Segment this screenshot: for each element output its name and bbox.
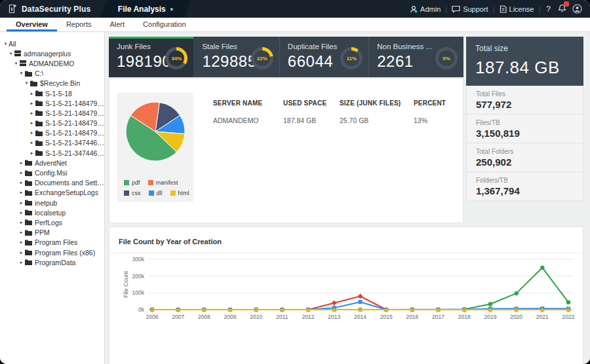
tree-item-documents-and-settings[interactable]: ▸Documents and Settings — [0, 178, 104, 188]
admin-menu[interactable]: Admin — [410, 5, 441, 13]
series-green-marker — [488, 302, 492, 306]
tree-item-program-files[interactable]: ▸Program Files — [0, 238, 104, 247]
tree-item-admandemo[interactable]: ▾ADMANDEMO — [0, 58, 104, 68]
tree-item-s-1-5-21-3474460175-132841[interactable]: ▸S-1-5-21-3474460175-132841 — [0, 148, 104, 158]
stat-total-folders: Total Folders250,902 — [467, 143, 583, 172]
tree-item-label: inetpub — [35, 199, 57, 207]
tree-item-s-1-5-21-1484795863-581620[interactable]: ▸S-1-5-21-1484795863-581620 — [0, 108, 104, 118]
chevron-right-icon[interactable]: ▸ — [29, 120, 35, 126]
app-logo: DataSecurity Plus — [0, 4, 97, 14]
chevron-right-icon[interactable]: ▸ — [18, 230, 24, 235]
svg-text:2011: 2011 — [276, 314, 288, 320]
series-red-marker — [332, 300, 337, 306]
chevron-right-icon[interactable]: ▸ — [18, 240, 24, 245]
tab-alert[interactable]: Alert — [100, 18, 134, 31]
tree-item-label: C:\ — [35, 69, 43, 77]
stat-value: 3,150,819 — [476, 128, 574, 139]
module-selector[interactable]: File Analysis ▾ — [101, 0, 191, 18]
divider: | — [445, 5, 447, 13]
divider: | — [538, 5, 540, 13]
tree-item-s-1-5-18[interactable]: ▸S-1-5-18 — [0, 88, 104, 98]
legend-item-pdf: pdf — [124, 179, 140, 186]
notifications-button[interactable] — [558, 4, 566, 14]
svg-text:2020: 2020 — [510, 314, 522, 320]
legend-row: pdfmanifest — [124, 179, 189, 186]
chevron-right-icon[interactable]: ▸ — [18, 210, 24, 215]
chevron-down-icon[interactable]: ▾ — [13, 61, 19, 66]
tree-item-ppm[interactable]: ▸PPM — [0, 228, 104, 238]
chevron-right-icon[interactable]: ▸ — [18, 260, 24, 265]
tree-item-localsetup[interactable]: ▸localsetup — [0, 208, 104, 217]
help-button[interactable]: ? — [545, 5, 552, 14]
chevron-right-icon[interactable]: ▸ — [18, 180, 24, 185]
tree-item-exchangesetuplogs[interactable]: ▸ExchangeSetupLogs — [0, 188, 104, 198]
app-window: DataSecurity Plus File Analysis ▾ Admin … — [0, 0, 590, 364]
stat-label: Files/TB — [476, 119, 574, 126]
admin-icon — [410, 5, 418, 13]
card-non-business-[interactable]: Non Business ...22610% — [369, 37, 463, 77]
chevron-right-icon[interactable]: ▸ — [18, 200, 24, 206]
chevron-down-icon[interactable]: ▾ — [8, 51, 14, 56]
tree-item-s-1-5-21-1484795863-581620[interactable]: ▸S-1-5-21-1484795863-581620 — [0, 128, 104, 138]
chevron-down-icon[interactable]: ▾ — [18, 71, 24, 76]
tree-item-label: Documents and Settings — [35, 179, 104, 187]
card-junk-files[interactable]: Junk Files19819034% — [109, 37, 194, 77]
table-cell: 25.70 GB — [340, 117, 414, 124]
license-menu[interactable]: License — [500, 5, 534, 13]
table-row[interactable]: ADMANDEMO187.84 GB25.70 GB13% — [213, 107, 451, 124]
tree-item-adventnet[interactable]: ▸AdventNet — [0, 158, 104, 168]
tree-item-all[interactable]: ▾All — [0, 39, 104, 48]
chevron-right-icon[interactable]: ▸ — [29, 111, 35, 116]
tree-item-c-[interactable]: ▾C:\ — [0, 69, 104, 79]
tree-item-inetpub[interactable]: ▸inetpub — [0, 198, 104, 208]
tab-bar: OverviewReportsAlertConfiguration — [0, 18, 590, 32]
chevron-down-icon[interactable]: ▾ — [24, 81, 30, 86]
legend-item-html: html — [170, 190, 189, 196]
tree-item-programdata[interactable]: ▸ProgramData — [0, 257, 104, 267]
tree-item-program-files-x86-[interactable]: ▸Program Files (x86) — [0, 247, 104, 257]
tree-item-label: PerfLogs — [35, 219, 62, 227]
chart-title: File Count by Year of Creation — [119, 238, 222, 246]
folder-icon — [25, 209, 32, 215]
tree-item-label: $Recycle.Bin — [40, 79, 80, 87]
chevron-right-icon[interactable]: ▸ — [29, 130, 35, 136]
tab-configuration[interactable]: Configuration — [134, 18, 195, 31]
chevron-right-icon[interactable]: ▸ — [29, 140, 35, 145]
legend-label: html — [178, 190, 189, 196]
chevron-down-icon[interactable]: ▾ — [3, 41, 9, 46]
card-stale-files[interactable]: Stale Files12988522% — [194, 37, 279, 77]
chevron-right-icon[interactable]: ▸ — [18, 250, 24, 255]
chevron-right-icon[interactable]: ▸ — [29, 151, 35, 156]
junk-files-table: SERVER NAMEUSED SPACESIZE (JUNK FILES)PE… — [213, 100, 451, 124]
svg-text:300k: 300k — [132, 256, 145, 263]
tree-item-config-msi[interactable]: ▸Config.Msi — [0, 168, 104, 177]
svg-text:2012: 2012 — [302, 314, 315, 320]
chevron-right-icon[interactable]: ▸ — [29, 91, 35, 96]
user-avatar[interactable] — [572, 4, 582, 14]
folder-icon — [25, 200, 32, 206]
tree-item-s-1-5-21-1484795863-581620[interactable]: ▸S-1-5-21-1484795863-581620 — [0, 118, 104, 128]
file-count-panel: File Count by Year of Creation 0k100k200… — [109, 227, 583, 364]
svg-text:2016: 2016 — [406, 314, 418, 320]
tree-item-admanagerplus[interactable]: ▾admanagerplus — [0, 48, 104, 58]
server-icon — [14, 50, 21, 56]
chevron-right-icon[interactable]: ▸ — [18, 160, 24, 166]
svg-text:2015: 2015 — [380, 314, 393, 320]
tree-item--recycle-bin[interactable]: ▾$Recycle.Bin — [0, 79, 104, 88]
folder-icon — [35, 140, 43, 146]
chevron-right-icon[interactable]: ▸ — [18, 220, 24, 225]
file-count-line-chart: 0k100k200k300kFile Count2006200720082009… — [109, 253, 583, 331]
stat-value: 1,367,794 — [476, 185, 574, 196]
chevron-right-icon[interactable]: ▸ — [29, 101, 35, 106]
chevron-right-icon[interactable]: ▸ — [18, 190, 24, 195]
tree-item-s-1-5-21-1484795863-581620[interactable]: ▸S-1-5-21-1484795863-581620 — [0, 98, 104, 108]
support-menu[interactable]: Support — [452, 5, 488, 13]
chevron-right-icon[interactable]: ▸ — [18, 170, 24, 175]
tree-item-s-1-5-21-3474460175-132841[interactable]: ▸S-1-5-21-3474460175-132841 — [0, 138, 104, 148]
folder-icon — [25, 160, 32, 166]
tab-reports[interactable]: Reports — [57, 18, 101, 31]
tree-item-perflogs[interactable]: ▸PerfLogs — [0, 217, 104, 227]
tab-overview[interactable]: Overview — [7, 18, 57, 31]
tree-item-label: ExchangeSetupLogs — [35, 189, 98, 196]
card-duplicate-files[interactable]: Duplicate Files6604411% — [280, 37, 369, 77]
